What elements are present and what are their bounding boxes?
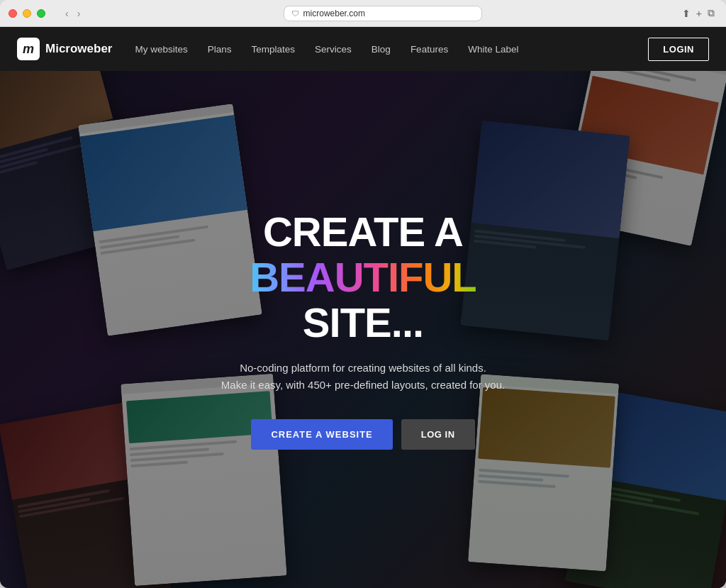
nav-white-label[interactable]: White Label	[468, 44, 518, 55]
titlebar: ‹ › 🛡 microweber.com ⬆ + ⧉	[0, 0, 726, 27]
back-button[interactable]: ‹	[62, 6, 72, 21]
nav-features[interactable]: Features	[411, 44, 448, 55]
logo[interactable]: m Microweber	[17, 38, 112, 60]
nav-plans[interactable]: Plans	[208, 44, 232, 55]
logo-letter: m	[23, 42, 34, 57]
url-text: microweber.com	[303, 9, 365, 18]
share-button[interactable]: ⬆	[682, 8, 691, 19]
site-content: m Microweber My websites Plans Templates…	[0, 27, 726, 588]
hero-title-line3: SITE...	[250, 300, 476, 345]
address-bar[interactable]: 🛡 microweber.com	[284, 6, 482, 21]
titlebar-center: 🛡 microweber.com	[89, 6, 676, 21]
security-icon: 🛡	[291, 9, 299, 18]
browser-window: ‹ › 🛡 microweber.com ⬆ + ⧉ m Microweber	[0, 0, 726, 588]
maximize-button[interactable]	[37, 9, 45, 18]
nav-arrows: ‹ ›	[62, 6, 83, 21]
hero-title-line1: CREATE A	[250, 209, 476, 255]
new-tab-button[interactable]: +	[696, 8, 702, 19]
close-button[interactable]	[9, 9, 17, 18]
hero-subtitle-line2: Make it easy, with 450+ pre-defined layo…	[221, 379, 505, 391]
login-button[interactable]: LOGIN	[648, 38, 709, 61]
navbar: m Microweber My websites Plans Templates…	[0, 27, 726, 71]
hero-title: CREATE A BEAUTIFUL SITE...	[250, 209, 476, 345]
logo-icon: m	[17, 38, 40, 60]
nav-my-websites[interactable]: My websites	[135, 44, 187, 55]
minimize-button[interactable]	[23, 9, 31, 18]
hero-subtitle: No-coding platform for creating websites…	[221, 360, 505, 394]
nav-services[interactable]: Services	[315, 44, 352, 55]
forward-button[interactable]: ›	[74, 6, 84, 21]
hero-buttons: CREATE A WEBSITE LOG IN	[251, 419, 474, 450]
logo-text: Microweber	[45, 42, 112, 56]
hero-content: CREATE A BEAUTIFUL SITE... No-coding pla…	[0, 71, 726, 588]
nav-links: My websites Plans Templates Services Blo…	[135, 44, 648, 55]
nav-blog[interactable]: Blog	[372, 44, 391, 55]
hero-subtitle-line1: No-coding platform for creating websites…	[240, 362, 486, 374]
create-website-button[interactable]: CREATE A WEBSITE	[251, 419, 392, 450]
titlebar-actions: ⬆ + ⧉	[682, 7, 715, 19]
tabs-button[interactable]: ⧉	[708, 7, 715, 19]
hero-section: CREATE A BEAUTIFUL SITE... No-coding pla…	[0, 71, 726, 588]
nav-templates[interactable]: Templates	[252, 44, 296, 55]
hero-login-button[interactable]: LOG IN	[401, 419, 475, 450]
hero-title-line2: BEAUTIFUL	[250, 255, 476, 300]
